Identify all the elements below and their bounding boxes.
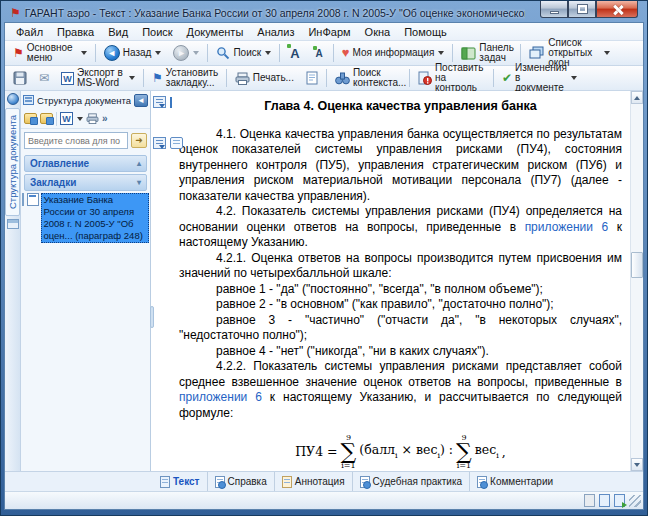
preview-page-icon <box>306 71 318 85</box>
document-view[interactable]: Глава 4. Оценка качества управления банк… <box>151 91 630 471</box>
envelope-icon: ✉ <box>39 72 49 84</box>
menu-windows[interactable]: Окна <box>358 26 398 38</box>
word-export-icon[interactable]: W <box>60 112 73 125</box>
app-window: ⚑ ГАРАНТ аэро - Текст : Указание Банка Р… <box>0 0 648 516</box>
paragraph-menu-icon[interactable] <box>153 96 166 108</box>
collapse-chevron-icon: ▴ <box>137 159 141 168</box>
dock-tab-document-structure[interactable]: Структура документа <box>5 108 20 216</box>
menu-file[interactable]: Файл <box>9 26 50 38</box>
panel-toolbar: W » <box>21 109 150 129</box>
tab-comments[interactable]: Комментарии <box>469 472 560 491</box>
context-search-button[interactable]: Поиск контекста... <box>329 67 407 89</box>
menu-search[interactable]: Поиск <box>135 26 179 38</box>
main-menu-button[interactable]: ⚑ Основное меню <box>7 42 93 64</box>
font-decrease-icon: A <box>314 47 325 60</box>
dock-pin-icon[interactable] <box>7 93 19 105</box>
dropdown-caret-icon <box>604 51 610 55</box>
dropdown-caret-icon <box>129 76 135 80</box>
mail-button[interactable]: ✉ <box>33 67 55 89</box>
minimized-panel-icon[interactable] <box>7 219 19 229</box>
set-bookmark-button[interactable]: ⚑ Установить закладку... <box>146 67 224 89</box>
status-page-icon[interactable] <box>599 494 610 507</box>
print-structure-icon[interactable] <box>86 113 99 124</box>
app-icon: ⚑ <box>10 7 21 19</box>
structure-search-input[interactable] <box>24 132 128 149</box>
task-panel-button[interactable]: Панель задач <box>455 42 518 64</box>
dropdown-caret-icon <box>77 117 83 121</box>
sigma-symbol: ∑ <box>456 442 472 462</box>
link-annex-6[interactable]: приложении 6 <box>179 390 262 404</box>
bookmark-item[interactable]: Указание Банка России от 30 апреля 2008 … <box>22 193 149 243</box>
back-arrow-icon: ◄ <box>104 45 120 61</box>
document-changes-button[interactable]: ✔ Изменения в документе <box>496 67 583 89</box>
scrollbar-track[interactable] <box>631 104 643 458</box>
toc-section-header[interactable]: Оглавление ▴ <box>24 155 147 172</box>
forward-button[interactable]: ► <box>167 42 205 64</box>
my-information-button[interactable]: ♥ Моя информация <box>336 42 451 64</box>
menu-help[interactable]: Помощь <box>397 26 454 38</box>
word-icon: W <box>61 72 74 85</box>
minimize-button[interactable] <box>540 1 568 18</box>
status-export-icon[interactable] <box>614 494 625 507</box>
dock-strip: Структура документа <box>5 91 21 471</box>
print-button[interactable]: Печать... <box>229 67 300 89</box>
vertical-scrollbar[interactable] <box>630 91 643 471</box>
search-button[interactable]: Поиск <box>210 42 277 64</box>
menu-documents[interactable]: Документы <box>180 26 251 38</box>
panel-title: Структура документа <box>37 95 131 106</box>
task-panel-icon <box>461 47 476 60</box>
export-word-button[interactable]: W Экспорт в MS-Word <box>55 67 141 89</box>
save-icon <box>13 71 27 85</box>
check-icon: ✔ <box>502 72 512 84</box>
sidebar-splitter-handle[interactable] <box>150 306 154 328</box>
toolbar-overflow-icon[interactable]: » <box>102 113 108 124</box>
menu-inpharm[interactable]: ИнФарм <box>301 26 357 38</box>
menu-view[interactable]: Вид <box>101 26 135 38</box>
close-button[interactable] <box>596 1 638 18</box>
menu-analysis[interactable]: Анализ <box>250 26 301 38</box>
formula: ПУ4 = 9∑i=1 (баллi × весi) : 9∑i=1 весi … <box>179 434 622 470</box>
tab-text[interactable]: Текст <box>153 472 207 491</box>
chapter-heading: Глава 4. Оценка качества управления банк… <box>179 99 622 115</box>
status-doc-icon[interactable] <box>584 494 595 507</box>
open-windows-list-button[interactable]: Список открытых окон <box>523 42 616 64</box>
resize-grip[interactable] <box>629 495 641 507</box>
forward-arrow-icon: ► <box>173 45 189 61</box>
search-go-button[interactable]: ➜ <box>131 133 147 148</box>
bookmarks-section-header[interactable]: Закладки ▾ <box>24 174 147 191</box>
triangle-up-icon <box>634 96 640 100</box>
printer-icon <box>235 72 250 85</box>
menu-edit[interactable]: Правка <box>50 26 101 38</box>
structure-list-icon <box>23 95 34 105</box>
paragraph-menu-icon[interactable] <box>153 137 166 149</box>
paragraph-4-1: 4.1. Оценка качества управления банка ос… <box>179 127 622 205</box>
scrollbar-thumb[interactable] <box>631 252 643 278</box>
save-button[interactable] <box>7 67 33 89</box>
link-annex-6[interactable]: приложении 6 <box>525 220 609 234</box>
print-preview-button[interactable] <box>300 67 324 89</box>
panel-dock-button[interactable]: ◄ <box>134 94 148 107</box>
dropdown-caret-icon <box>438 51 444 55</box>
expand-tree-icon[interactable] <box>24 113 37 124</box>
comments-page-icon <box>477 476 487 488</box>
put-on-control-button[interactable]: Поставить на контроль <box>412 67 491 89</box>
bookmark-flag-icon: ⚑ <box>152 72 163 84</box>
back-button[interactable]: ◄ Назад <box>98 42 168 64</box>
scroll-down-button[interactable] <box>631 458 643 471</box>
tab-reference[interactable]: Справка <box>207 472 274 491</box>
tab-annotation[interactable]: Аннотация <box>274 472 352 491</box>
dropdown-caret-icon <box>265 51 271 55</box>
font-decrease-button[interactable]: A <box>308 42 331 64</box>
collapse-tree-icon[interactable] <box>40 113 53 124</box>
font-increase-button[interactable]: A <box>282 42 307 64</box>
window-title: ГАРАНТ аэро - Текст : Указание Банка Рос… <box>25 7 525 19</box>
tab-judicial-practice[interactable]: Судебная практика <box>352 472 470 491</box>
comment-balloon-icon[interactable] <box>170 137 183 149</box>
windows-stack-icon <box>529 46 545 60</box>
scale-item-1: равное 1 - "да" ("постоянно", "всегда", … <box>179 282 622 298</box>
sigma-symbol: ∑ <box>341 442 357 462</box>
scroll-up-button[interactable] <box>631 91 643 104</box>
dropdown-caret-icon <box>193 51 199 55</box>
title-bar[interactable]: ⚑ ГАРАНТ аэро - Текст : Указание Банка Р… <box>4 1 644 22</box>
maximize-button[interactable] <box>568 1 596 18</box>
